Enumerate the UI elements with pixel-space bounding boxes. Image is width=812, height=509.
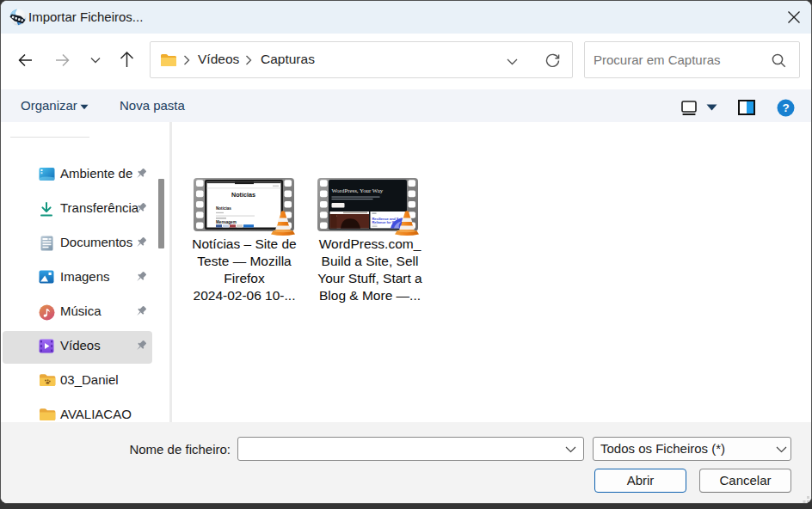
svg-text:WordPress, Your Way: WordPress, Your Way (332, 187, 384, 193)
svg-text:Notícias: Notícias (216, 206, 231, 211)
svg-text:?: ? (782, 101, 789, 114)
svg-text:Mensagem: Mensagem (216, 220, 237, 224)
svg-text:Notícias: Notícias (231, 191, 255, 199)
